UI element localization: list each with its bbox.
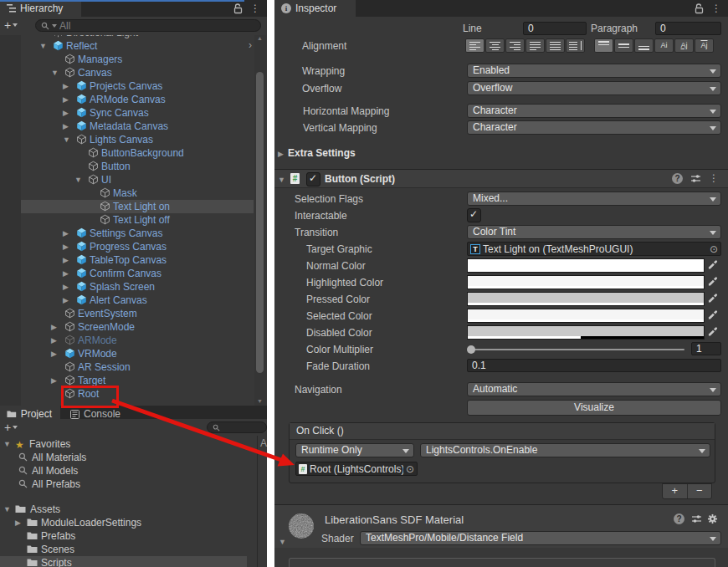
hierarchy-item-eventsystem[interactable]: EventSystem: [0, 307, 267, 320]
hierarchy-item-managers[interactable]: Managers: [0, 53, 267, 66]
v-align-capline-button[interactable]: Aj: [695, 38, 714, 53]
project-search-input[interactable]: [207, 421, 267, 433]
project-item-all-models[interactable]: All Models: [0, 464, 257, 478]
horizontal-mapping-dropdown[interactable]: Character: [467, 104, 721, 118]
project-item-all-prefabs[interactable]: All Prefabs: [0, 478, 257, 491]
wrapping-dropdown[interactable]: Enabled: [467, 64, 721, 78]
inspector-menu-icon[interactable]: [711, 3, 721, 14]
fade-duration-field[interactable]: 0.1: [467, 359, 721, 372]
selected-color-swatch[interactable]: [467, 309, 705, 323]
tab-hierarchy[interactable]: Hierarchy: [0, 0, 81, 17]
overflow-dropdown[interactable]: Overflow: [467, 81, 721, 95]
transition-dropdown[interactable]: Color Tint: [467, 225, 721, 239]
foldout-icon[interactable]: [63, 241, 73, 253]
hierarchy-item-buttonbackground[interactable]: ButtonBackground: [0, 146, 267, 160]
remove-event-button[interactable]: −: [688, 484, 712, 498]
help-icon[interactable]: [674, 513, 684, 524]
h-align-justify-button[interactable]: [525, 38, 545, 53]
foldout-icon[interactable]: [74, 174, 85, 186]
hierarchy-item-ar-session[interactable]: AR Session: [0, 360, 267, 374]
hierarchy-item-tabletop-canvas[interactable]: TableTop Canvas: [0, 253, 267, 267]
foldout-icon[interactable]: [51, 335, 61, 346]
slider-handle[interactable]: [467, 345, 475, 354]
hierarchy-item-settings-canvas[interactable]: Settings Canvas: [0, 227, 267, 240]
material-foldout-icon[interactable]: [279, 536, 289, 548]
eyedropper-icon[interactable]: [707, 309, 718, 320]
foldout-icon[interactable]: [63, 254, 73, 266]
visualize-button[interactable]: Visualize: [467, 400, 721, 416]
hierarchy-item-button[interactable]: Button: [0, 160, 267, 173]
tab-inspector[interactable]: i Inspector: [274, 0, 356, 17]
object-picker-icon[interactable]: [406, 463, 414, 475]
disabled-color-swatch[interactable]: [467, 325, 705, 340]
vertical-mapping-dropdown[interactable]: Character: [467, 120, 721, 135]
hierarchy-item-progress-canvas[interactable]: Progress Canvas: [0, 240, 267, 253]
help-icon[interactable]: [672, 173, 683, 184]
hierarchy-item-armode[interactable]: ARMode: [0, 334, 267, 347]
scroll-down-icon[interactable]: ▼: [257, 398, 263, 404]
v-align-midline-button[interactable]: Aj: [674, 38, 694, 53]
foldout-icon[interactable]: [51, 348, 61, 360]
event-function-dropdown[interactable]: LightsControls.OnEnable: [420, 443, 710, 457]
line-field[interactable]: 0: [523, 22, 587, 35]
h-align-geometry-button[interactable]: [566, 38, 585, 53]
foldout-icon[interactable]: [63, 134, 73, 146]
foldout-icon[interactable]: [51, 321, 61, 333]
hierarchy-item-target[interactable]: Target: [0, 374, 267, 387]
component-enabled-checkbox[interactable]: [306, 172, 320, 186]
project-item-assets[interactable]: Assets: [0, 503, 257, 516]
hierarchy-item-screenmode[interactable]: ScreenMode: [0, 320, 267, 334]
scrollbar-thumb[interactable]: [256, 72, 264, 373]
foldout-icon[interactable]: [63, 107, 73, 119]
event-target-field[interactable]: Root (LightsControls): [295, 462, 418, 476]
hierarchy-item-confirm-canvas[interactable]: Confirm Canvas: [0, 267, 267, 280]
hierarchy-item-root[interactable]: Root: [0, 387, 267, 401]
object-picker-icon[interactable]: [710, 243, 718, 255]
gear-icon[interactable]: [707, 513, 718, 524]
foldout-icon[interactable]: [63, 227, 73, 239]
presets-icon[interactable]: [691, 513, 702, 524]
hierarchy-item-sync-canvas[interactable]: Sync Canvas: [0, 106, 267, 120]
color-multiplier-slider[interactable]: [469, 349, 684, 350]
extra-settings-foldout-icon[interactable]: [278, 148, 288, 160]
hierarchy-item-metadata-canvas[interactable]: Metadata Canvas: [0, 120, 267, 133]
foldout-icon[interactable]: [63, 294, 73, 306]
foldout-icon[interactable]: [51, 67, 61, 79]
lock-icon[interactable]: [233, 3, 243, 14]
foldout-icon[interactable]: [3, 438, 13, 450]
foldout-icon[interactable]: [51, 375, 61, 386]
interactable-checkbox[interactable]: [467, 208, 481, 222]
foldout-icon[interactable]: [63, 80, 73, 92]
h-align-right-button[interactable]: [505, 38, 525, 53]
hierarchy-item-projects-canvas[interactable]: Projects Canvas: [0, 79, 267, 93]
h-align-left-button[interactable]: [465, 38, 484, 53]
h-align-flush-button[interactable]: [546, 38, 565, 53]
hierarchy-item-reflect[interactable]: Reflect›: [0, 39, 267, 53]
paragraph-field[interactable]: 0: [655, 22, 721, 35]
selection-flags-dropdown[interactable]: Mixed...: [467, 192, 721, 206]
project-item-prefabs[interactable]: Prefabs: [0, 529, 257, 543]
add-event-button[interactable]: +: [663, 484, 688, 498]
foldout-icon[interactable]: [63, 120, 73, 132]
hierarchy-menu-icon[interactable]: [250, 3, 260, 14]
scroll-up-icon[interactable]: ▲: [257, 35, 263, 41]
button-component-header[interactable]: Button (Script): [274, 169, 728, 188]
v-align-top-button[interactable]: [594, 38, 613, 53]
v-align-bottom-button[interactable]: [634, 38, 654, 53]
hierarchy-item-text-light-off[interactable]: Text Light off: [0, 213, 267, 227]
project-item-all-materials[interactable]: All Materials: [0, 451, 257, 464]
hierarchy-item-ui[interactable]: UI: [0, 173, 267, 186]
foldout-icon[interactable]: [63, 268, 73, 279]
highlighted-color-swatch[interactable]: [467, 275, 705, 289]
navigation-dropdown[interactable]: Automatic: [467, 382, 721, 396]
normal-color-swatch[interactable]: [467, 258, 705, 273]
hierarchy-scrollbar[interactable]: ▲ ▼: [254, 33, 266, 406]
v-align-middle-button[interactable]: [614, 38, 633, 53]
foldout-icon[interactable]: [3, 503, 13, 515]
pressed-color-swatch[interactable]: [467, 292, 705, 306]
project-item-scenes[interactable]: Scenes: [0, 543, 257, 556]
eyedropper-icon[interactable]: [707, 293, 718, 304]
add-gameobject-button[interactable]: +: [4, 18, 18, 32]
foldout-icon[interactable]: [63, 281, 73, 293]
extra-settings-label[interactable]: Extra Settings: [288, 147, 356, 160]
